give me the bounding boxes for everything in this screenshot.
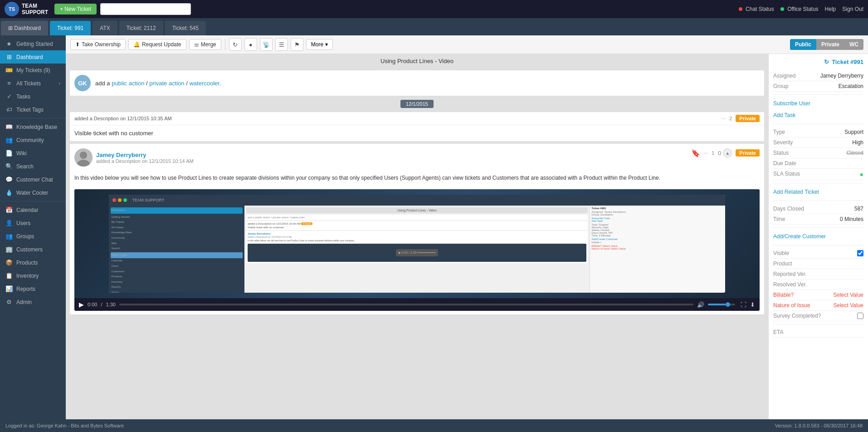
sidebar-item-admin[interactable]: ⚙ Admin [0,295,66,309]
vote-section: 0 ▲ [718,148,732,157]
search-icon: 🔍 [5,163,13,170]
list-button[interactable]: ☰ [275,38,288,51]
action1-description: added a Description on 12/1/2015 10:35 A… [74,116,172,121]
ticket-icon: 🎫 [5,67,13,74]
refresh-button[interactable]: ↻ [229,38,242,51]
vmb-main: Using Product Lines - Video add a public… [244,206,590,293]
sidebar-item-ticket-tags[interactable]: 🏷 Ticket Tags [0,103,66,116]
action1-dots[interactable]: ··· [722,116,726,121]
rs-row-severity: Severity High [773,137,863,148]
tab-ticket545[interactable]: Ticket: 545 [165,21,206,35]
inventory-icon: 📋 [5,272,13,279]
search-input[interactable] [100,3,191,15]
tab-dashboard[interactable]: ⊞ Dashboard [1,21,48,35]
subscribe-user-link[interactable]: Subscribe User [773,98,863,109]
help-link[interactable]: Help [825,6,836,12]
sidebar-item-water-cooler[interactable]: 💧 Water Cooler [0,186,66,199]
request-update-button[interactable]: 🔔 Request Update [128,39,186,50]
download-button[interactable]: ⬇ [750,301,755,308]
watercooler-link[interactable]: watercooler [189,80,219,87]
ticket-number: Ticket #991 [832,59,863,65]
private-action-link[interactable]: private action [149,80,184,87]
action2-user-name[interactable]: Jamey Derryberry [96,152,194,158]
rs-nature-value[interactable]: Select Value [834,302,864,309]
sidebar-item-knowledge-base[interactable]: 📖 Knowledge Base [0,120,66,133]
circle-button[interactable]: ● [244,38,257,51]
refresh-icon-rs[interactable]: ↻ [824,59,829,65]
rs-severity-value: High [852,139,863,146]
vote-up-button[interactable]: ▲ [723,148,732,157]
action2-user-avatar [74,148,93,167]
merge-button[interactable]: ⚌ Merge [189,39,221,50]
survey-checkbox[interactable] [857,313,863,319]
rs-divider-5 [773,227,863,228]
more-button[interactable]: More ▾ [306,39,333,50]
vmb-user-name: Jamey Derryberry [248,232,587,235]
sidebar-item-community[interactable]: 👥 Community [0,133,66,147]
sidebar-item-dashboard[interactable]: ⊞ Dashboard [0,50,66,64]
fullscreen-button[interactable]: ⛶ [741,301,746,308]
bookmark-icon[interactable]: 🔖 [691,149,700,157]
sidebar-item-products[interactable]: 📦 Products [0,256,66,269]
new-ticket-button[interactable]: + New Ticket [54,4,97,15]
sidebar-item-all-tickets[interactable]: ≡ All Tickets › [0,77,66,90]
rs-billable-value[interactable]: Select Value [834,292,864,298]
sidebar-item-wiki[interactable]: 📄 Wiki [0,147,66,160]
sidebar-item-inventory[interactable]: 📋 Inventory [0,269,66,282]
public-action-link[interactable]: public action [112,80,144,87]
rs-time-label: Time [773,216,785,222]
sidebar-item-groups[interactable]: 👥 Groups [0,230,66,243]
visible-checkbox[interactable] [857,250,863,256]
action2-private-badge: Private [736,149,760,157]
sidebar-item-search[interactable]: 🔍 Search [0,160,66,173]
building-icon: 🏢 [5,246,13,253]
tab-ticket991[interactable]: Ticket: 991 [50,21,91,35]
chat-status[interactable]: Chat Status [739,6,774,12]
rs-divider-1 [773,94,863,95]
wiki-icon: 📄 [5,150,13,157]
rs-row-nature: Nature of Issue Select Value [773,300,863,311]
action2-dots[interactable]: ··· [704,150,708,156]
chevron-right-icon: › [59,81,60,86]
rs-row-reported-ver: Reported Ver. [773,269,863,280]
volume-bar[interactable] [708,304,735,305]
office-status[interactable]: Office Status [780,6,819,12]
sidebar-item-calendar[interactable]: 📅 Calendar [0,203,66,216]
rs-survey-label: Survey Completed? [773,313,821,319]
rs-divider-4 [773,201,863,201]
content-area: ⬆ Take Ownership 🔔 Request Update ⚌ Merg… [66,35,868,419]
sidebar-item-my-tickets[interactable]: 🎫 My Tickets (9) [0,64,66,77]
tab-ticket2112[interactable]: Ticket: 2112 [119,21,163,35]
action2-user-info: Jamey Derryberry added a Description on … [74,148,194,167]
rs-billable-label[interactable]: Billable? [773,292,794,298]
progress-bar[interactable] [119,304,693,305]
add-create-customer-link[interactable]: Add/Create Customer [773,231,863,242]
sidebar-item-tasks[interactable]: ✓ Tasks [0,90,66,103]
volume-thumb [726,302,730,307]
circle-icon: ● [249,41,253,48]
tab-atx[interactable]: ATX [93,21,117,35]
private-button[interactable]: Private [816,39,844,50]
rs-group-value: Escalation [839,83,863,89]
calendar-icon: 📅 [5,206,13,213]
flag-button[interactable]: ⚑ [291,38,303,51]
current-time: 0:00 [88,302,97,307]
rs-nature-label[interactable]: Nature of Issue [773,302,810,309]
take-ownership-button[interactable]: ⬆ Take Ownership [70,39,126,50]
rs-row-resolved-ver: Resolved Ver. [773,280,863,290]
volume-icon[interactable]: 🔊 [697,301,704,308]
sidebar-item-reports[interactable]: 📊 Reports [0,282,66,295]
add-task-link[interactable]: Add Task [773,109,863,121]
sidebar-item-customer-chat[interactable]: 💬 Customer Chat [0,173,66,186]
play-button[interactable]: ▶ [79,301,84,308]
chat-status-dot [739,7,742,11]
rss-button[interactable]: 📡 [260,38,273,51]
sidebar-item-users[interactable]: 👤 Users [0,216,66,230]
add-related-ticket-link[interactable]: Add Related Ticket [773,186,863,198]
sidebar-item-customers[interactable]: 🏢 Customers [0,243,66,256]
signout-link[interactable]: Sign Out [842,6,863,12]
office-status-dot [780,7,784,11]
sidebar-item-getting-started[interactable]: ★ Getting Started [0,37,66,50]
public-button[interactable]: Public [790,39,816,50]
wc-button[interactable]: WC [844,39,863,50]
